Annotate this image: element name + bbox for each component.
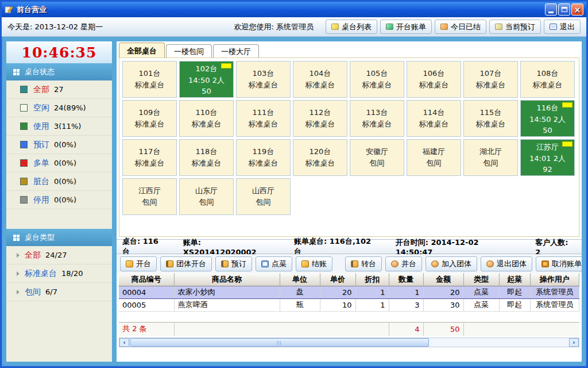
order-dishes-button[interactable]: 点菜 xyxy=(256,256,292,271)
exit-button[interactable]: 退出 xyxy=(544,20,581,34)
maximize-button[interactable] xyxy=(558,3,570,16)
cell-amount: 30 xyxy=(423,298,463,311)
join-group-button[interactable]: 加入团体 xyxy=(425,256,477,271)
cell-serve: 即起 xyxy=(499,286,530,298)
table-name: 106台 xyxy=(423,68,445,79)
table-card[interactable]: 120台标准桌台 xyxy=(293,139,347,176)
scrollbar-thumb[interactable] xyxy=(130,338,429,347)
table-card[interactable]: 山西厅包间 xyxy=(236,178,291,215)
table-card[interactable]: 安徽厅包间 xyxy=(350,139,404,176)
table-name: 118台 xyxy=(196,147,218,157)
current-reservations-icon xyxy=(495,24,502,30)
order-row[interactable]: 00004 农家小炒肉 盘 20 1 1 20 点菜 即起 系统管理员 xyxy=(119,286,579,298)
table-subtitle: 标准桌台 xyxy=(192,158,222,168)
cell-operator: 系统管理员 xyxy=(530,298,579,311)
table-card[interactable]: 114台标准桌台 xyxy=(407,100,461,137)
table-list-button[interactable]: 桌台列表 xyxy=(326,20,377,34)
table-card[interactable]: 湖北厅包间 xyxy=(463,139,518,176)
table-name: 山东厅 xyxy=(195,186,218,196)
col-header[interactable]: 单价 xyxy=(320,273,355,286)
leave-group-button[interactable]: 退出团体 xyxy=(481,256,532,271)
clock-display: 10:46:35 xyxy=(6,41,112,63)
table-card[interactable]: 105台标准桌台 xyxy=(350,61,404,98)
table-card[interactable]: 119台标准桌台 xyxy=(236,139,291,176)
col-header[interactable]: 单位 xyxy=(280,273,320,286)
type-item-private-room[interactable]: 包间6/7 xyxy=(6,283,112,301)
scroll-right-button[interactable]: › xyxy=(569,338,579,347)
status-item-disabled[interactable]: 停用0(0%) xyxy=(6,191,112,209)
table-card[interactable]: 102台14:50 2人50 xyxy=(179,61,234,98)
table-card[interactable]: 118台标准桌台 xyxy=(179,139,234,176)
col-header[interactable]: 数量 xyxy=(389,273,423,286)
window-title: 前台营业 xyxy=(17,5,47,15)
horizontal-scrollbar: ‹ › xyxy=(119,338,579,347)
table-card[interactable]: 110台标准桌台 xyxy=(179,100,234,137)
status-item-all[interactable]: 全部27 xyxy=(6,80,112,99)
table-subtitle: 包间 xyxy=(142,197,157,208)
col-header[interactable]: 类型 xyxy=(463,273,499,286)
type-label: 包间 xyxy=(25,287,41,297)
tab-floor1-rooms[interactable]: 一楼包间 xyxy=(166,44,212,57)
col-header[interactable]: 操作用户 xyxy=(530,273,579,286)
summary-qty-total: 4 xyxy=(389,322,423,336)
col-header[interactable]: 折扣 xyxy=(355,273,389,286)
open-bills-button[interactable]: 开台账单 xyxy=(380,20,432,34)
table-card[interactable]: 111台标准桌台 xyxy=(236,100,291,137)
table-card[interactable]: 109台标准桌台 xyxy=(122,100,177,137)
col-header[interactable]: 起菜 xyxy=(499,273,530,286)
tab-floor1-hall[interactable]: 一楼大厅 xyxy=(213,44,259,57)
table-card[interactable]: 108台标准桌台 xyxy=(520,61,575,98)
title-bar: 前台营业 × xyxy=(2,2,586,17)
table-subtitle: 标准桌台 xyxy=(476,80,506,90)
table-card[interactable]: 107台标准桌台 xyxy=(463,61,518,98)
col-header[interactable]: 金额 xyxy=(423,273,463,286)
status-value: 0(0%) xyxy=(54,195,76,204)
minimize-button[interactable] xyxy=(545,3,557,16)
reserve-button[interactable]: 预订 xyxy=(215,256,252,271)
type-list: 全部24/27 标准桌台18/20 包间6/7 xyxy=(6,246,112,301)
cancel-bill-button[interactable]: 取消账单 xyxy=(536,256,582,271)
table-card[interactable]: 115台标准桌台 xyxy=(463,100,518,137)
type-item-all[interactable]: 全部24/27 xyxy=(6,246,112,264)
open-table-button[interactable]: 开台 xyxy=(120,256,157,271)
merge-table-button[interactable]: 并台 xyxy=(385,256,422,271)
group-open-button[interactable]: 团体开台 xyxy=(160,256,212,271)
table-card[interactable]: 103台标准桌台 xyxy=(236,61,291,98)
cell-operator: 系统管理员 xyxy=(530,286,579,298)
scroll-left-button[interactable]: ‹ xyxy=(119,338,129,347)
status-item-dirty[interactable]: 脏台0(0%) xyxy=(6,172,112,191)
table-card[interactable]: 101台标准桌台 xyxy=(122,61,177,98)
table-card[interactable]: 116台14:50 2人50 xyxy=(520,100,575,137)
status-item-reserved[interactable]: 预订0(0%) xyxy=(6,136,112,154)
status-item-inuse[interactable]: 使用3(11%) xyxy=(6,117,112,136)
button-label: 当前预订 xyxy=(505,22,535,32)
settled-today-button[interactable]: 今日已结 xyxy=(435,20,486,34)
table-card[interactable]: 112台标准桌台 xyxy=(293,100,347,137)
col-header[interactable]: 商品名称 xyxy=(174,273,280,286)
table-card[interactable]: 山东厅包间 xyxy=(179,178,234,215)
table-name: 山西厅 xyxy=(252,186,274,196)
col-header[interactable]: 商品编号 xyxy=(119,273,174,286)
chevron-right-icon: › xyxy=(572,339,575,346)
table-card[interactable]: 江西厅包间 xyxy=(122,178,177,215)
status-item-multibill[interactable]: 多单0(0%) xyxy=(6,154,112,172)
order-row[interactable]: 00005 燕京啤酒 瓶 10 1 3 30 点菜 即起 系统管理员 xyxy=(119,298,579,311)
scrollbar-track[interactable] xyxy=(129,338,569,347)
table-card[interactable]: 江苏厅14:01 2人92 xyxy=(520,139,575,176)
type-item-standard[interactable]: 标准桌台18/20 xyxy=(6,264,112,283)
close-button[interactable]: × xyxy=(571,3,583,16)
transfer-table-button[interactable]: 转台 xyxy=(345,256,382,271)
checkout-button[interactable]: 结账 xyxy=(296,256,332,271)
status-item-free[interactable]: 空闲24(89%) xyxy=(6,99,112,117)
table-card[interactable]: 福建厅包间 xyxy=(407,139,461,176)
table-name: 116台 xyxy=(537,103,559,113)
table-card[interactable]: 113台标准桌台 xyxy=(350,100,404,137)
table-card[interactable]: 104台标准桌台 xyxy=(293,61,347,98)
table-card[interactable]: 117台标准桌台 xyxy=(122,139,177,176)
current-reservations-button[interactable]: 当前预订 xyxy=(489,20,541,34)
order-table-area: 商品编号 商品名称 单位 单价 折扣 数量 金额 类型 起菜 操作用户 xyxy=(119,273,579,336)
table-card[interactable]: 106台标准桌台 xyxy=(407,61,461,98)
tab-all-tables[interactable]: 全部桌台 xyxy=(119,43,165,57)
table-amount: 50 xyxy=(543,126,552,135)
table-list-icon xyxy=(331,24,339,30)
